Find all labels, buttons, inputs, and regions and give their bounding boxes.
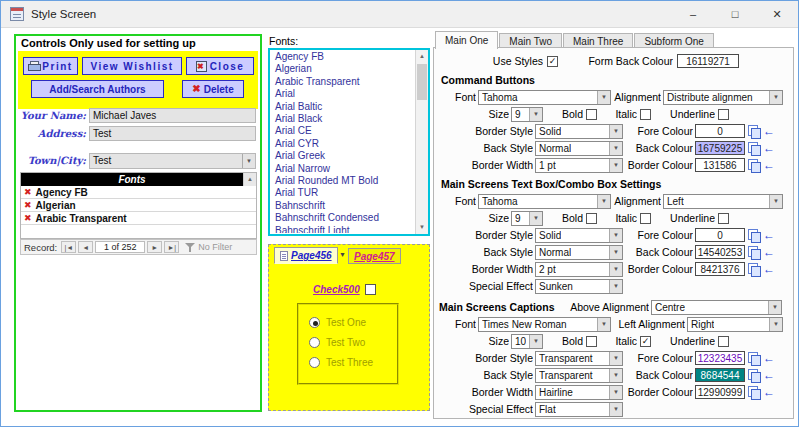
copy-colour-icon[interactable]: [748, 369, 761, 382]
copy-colour-icon[interactable]: [748, 229, 761, 242]
dropdown-arrow-icon[interactable]: ▼: [529, 212, 542, 225]
textbox-italic-checkbox[interactable]: [640, 213, 651, 224]
minimize-button[interactable]: –: [672, 1, 714, 28]
add-search-authors-button[interactable]: Add/Search Authors: [31, 80, 164, 98]
dropdown-arrow-icon[interactable]: ▼: [609, 229, 622, 242]
revert-colour-icon[interactable]: ←: [763, 142, 775, 155]
textbox-border-style-select[interactable]: Solid ▼: [535, 228, 623, 243]
tab-page456[interactable]: Page456: [274, 247, 338, 264]
form-back-colour-input[interactable]: 16119271: [677, 54, 739, 68]
maximize-button[interactable]: □: [714, 1, 756, 28]
command-font-select[interactable]: Tahoma ▼: [478, 90, 611, 105]
dropdown-arrow-icon[interactable]: ▼: [609, 369, 622, 382]
textbox-border-width-select[interactable]: 2 pt ▼: [535, 262, 623, 277]
command-italic-checkbox[interactable]: [640, 109, 651, 120]
filter-icon[interactable]: [185, 242, 196, 253]
font-list-item[interactable]: Arial: [272, 88, 414, 100]
scrollbar-down-icon[interactable]: ▼: [416, 221, 428, 234]
close-form-button[interactable]: ✖ Close: [186, 57, 254, 75]
command-back-colour-input[interactable]: 16759225: [695, 141, 745, 155]
scrollbar-up-icon[interactable]: ▲: [243, 173, 256, 186]
textbox-back-colour-input[interactable]: 14540253: [695, 245, 745, 259]
dropdown-arrow-icon[interactable]: ▼: [609, 159, 622, 172]
dropdown-arrow-icon[interactable]: ▼: [609, 142, 622, 155]
command-back-style-select[interactable]: Normal ▼: [535, 141, 623, 156]
dropdown-arrow-icon[interactable]: ▼: [769, 195, 782, 208]
option-test-two[interactable]: Test Two: [309, 337, 365, 348]
revert-colour-icon[interactable]: ←: [763, 369, 775, 382]
captions-border-style-select[interactable]: Transparent ▼: [535, 351, 623, 366]
delete-record-icon[interactable]: ✖: [24, 187, 32, 197]
font-list-item[interactable]: Arial Greek: [272, 150, 414, 162]
copy-colour-icon[interactable]: [748, 125, 761, 138]
textbox-alignment-select[interactable]: Left ▼: [663, 194, 783, 209]
view-wishlist-button[interactable]: View Wishlist: [82, 57, 182, 75]
tab-main-one[interactable]: Main One: [435, 31, 498, 49]
radio-icon[interactable]: [309, 337, 320, 348]
font-list-item[interactable]: Agency FB: [272, 51, 414, 63]
captions-above-alignment-select[interactable]: Centre ▼: [651, 300, 782, 315]
captions-border-width-select[interactable]: Hairline ▼: [535, 385, 623, 400]
copy-colour-icon[interactable]: [748, 142, 761, 155]
dropdown-arrow-icon[interactable]: ▼: [529, 108, 542, 121]
textbox-special-effect-select[interactable]: Sunken ▼: [535, 279, 623, 294]
captions-fore-colour-input[interactable]: 12323435: [695, 351, 745, 365]
revert-colour-icon[interactable]: ←: [763, 229, 775, 242]
dropdown-arrow-icon[interactable]: ▼: [609, 125, 622, 138]
captions-back-style-select[interactable]: Transparent ▼: [535, 368, 623, 383]
command-border-colour-input[interactable]: 131586: [695, 158, 745, 172]
captions-size-select[interactable]: 10 ▼: [511, 334, 543, 349]
delete-record-icon[interactable]: ✖: [24, 213, 32, 223]
textbox-fore-colour-input[interactable]: 0: [695, 228, 745, 242]
copy-colour-icon[interactable]: [748, 159, 761, 172]
dropdown-arrow-icon[interactable]: ▼: [597, 318, 610, 331]
record-position[interactable]: 1 of 252: [95, 241, 145, 253]
revert-colour-icon[interactable]: ←: [763, 125, 775, 138]
textbox-back-style-select[interactable]: Normal ▼: [535, 245, 623, 260]
delete-record-icon[interactable]: ✖: [24, 200, 32, 210]
captions-italic-checkbox[interactable]: ✓: [640, 336, 651, 347]
scrollbar-thumb[interactable]: [417, 64, 427, 100]
font-list-item[interactable]: Arial CYR: [272, 138, 414, 150]
font-list-item[interactable]: Arial Narrow: [272, 163, 414, 175]
radio-icon[interactable]: [309, 357, 320, 368]
revert-colour-icon[interactable]: ←: [763, 246, 775, 259]
captions-back-colour-input[interactable]: 8684544: [695, 368, 745, 382]
copy-colour-icon[interactable]: [748, 386, 761, 399]
dropdown-arrow-icon[interactable]: ▼: [609, 246, 622, 259]
captions-font-select[interactable]: Times New Roman ▼: [478, 317, 611, 332]
table-row[interactable]: ✖ Arabic Transparent: [21, 212, 256, 225]
dropdown-arrow-icon[interactable]: ▼: [609, 280, 622, 293]
dropdown-arrow-icon[interactable]: ▼: [597, 195, 610, 208]
textbox-underline-checkbox[interactable]: [718, 213, 729, 224]
dropdown-arrow-icon[interactable]: ▼: [597, 91, 610, 104]
revert-colour-icon[interactable]: ←: [763, 386, 775, 399]
font-list-item[interactable]: Arabic Transparent: [272, 76, 414, 88]
command-border-style-select[interactable]: Solid ▼: [535, 124, 623, 139]
textbox-font-select[interactable]: Tahoma ▼: [478, 194, 611, 209]
font-list-item[interactable]: Arial Black: [272, 113, 414, 125]
command-bold-checkbox[interactable]: [586, 109, 597, 120]
font-list-item[interactable]: Arial Baltic: [272, 101, 414, 113]
record-first-button[interactable]: |◄: [61, 241, 76, 253]
captions-special-effect-select[interactable]: Flat ▼: [535, 402, 623, 417]
use-styles-checkbox[interactable]: ✓: [547, 56, 558, 67]
dropdown-arrow-icon[interactable]: ▼: [609, 352, 622, 365]
font-list-item[interactable]: Algerian: [272, 63, 414, 75]
record-prev-button[interactable]: ◄: [78, 241, 93, 253]
dropdown-arrow-icon[interactable]: ▼: [609, 263, 622, 276]
option-test-three[interactable]: Test Three: [309, 357, 373, 368]
delete-button[interactable]: ✖ Delete: [182, 80, 244, 98]
copy-colour-icon[interactable]: [748, 263, 761, 276]
font-list-item[interactable]: Arial TUR: [272, 187, 414, 199]
radio-selected-icon[interactable]: [309, 317, 320, 328]
table-row[interactable]: ✖ Agency FB: [21, 186, 256, 199]
textbox-border-colour-input[interactable]: 8421376: [695, 262, 745, 276]
tab-page457[interactable]: Page457: [348, 248, 401, 264]
font-list-item[interactable]: Bahnschrift Light: [272, 225, 414, 233]
command-alignment-select[interactable]: Distribute alignmen ▼: [663, 90, 783, 105]
command-fore-colour-input[interactable]: 0: [695, 124, 745, 138]
revert-colour-icon[interactable]: ←: [763, 159, 775, 172]
revert-colour-icon[interactable]: ←: [763, 352, 775, 365]
fonts-scrollbar[interactable]: ▲ ▼: [415, 50, 428, 234]
